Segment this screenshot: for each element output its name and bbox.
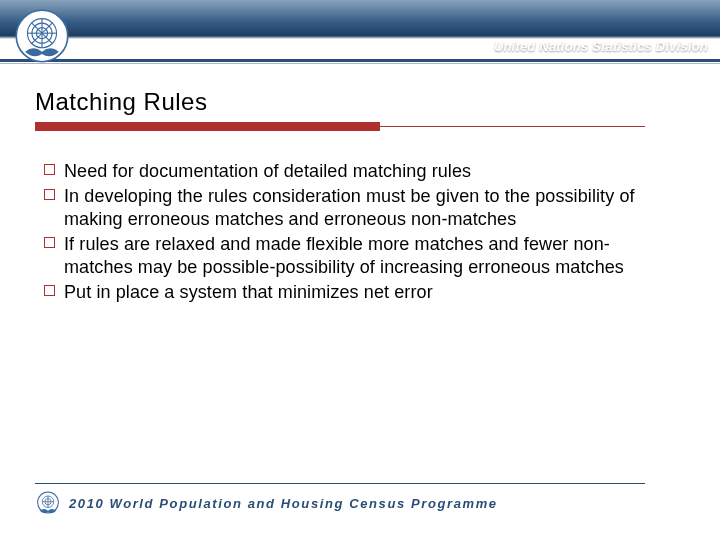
header-stripe-thin [0,63,720,64]
bullet-square-icon [44,164,55,175]
header-stripe [0,59,720,62]
bullet-square-icon [44,237,55,248]
bullet-text: If rules are relaxed and made flexible m… [64,234,624,277]
un-emblem-small-icon [35,490,61,516]
title-underline [35,120,685,134]
body-content: Need for documentation of detailed match… [44,160,659,306]
footer-programme-text: 2010 World Population and Housing Census… [69,496,498,511]
bullet-square-icon [44,189,55,200]
bullet-text: In developing the rules consideration mu… [64,186,635,229]
un-emblem-icon [14,8,70,64]
bullet-text: Put in place a system that minimizes net… [64,282,433,302]
footer: 2010 World Population and Housing Census… [35,483,685,516]
slide: United Nations Statistics Division Match… [0,0,720,540]
bullet-item: If rules are relaxed and made flexible m… [44,233,659,279]
bullet-square-icon [44,285,55,296]
header-org-text: United Nations Statistics Division [494,39,708,54]
bullet-item: Put in place a system that minimizes net… [44,281,659,304]
slide-title: Matching Rules [35,88,685,116]
bullet-item: In developing the rules consideration mu… [44,185,659,231]
bullet-text: Need for documentation of detailed match… [64,161,471,181]
bullet-item: Need for documentation of detailed match… [44,160,659,183]
footer-row: 2010 World Population and Housing Census… [35,490,685,516]
footer-divider [35,483,645,484]
title-block: Matching Rules [35,88,685,134]
